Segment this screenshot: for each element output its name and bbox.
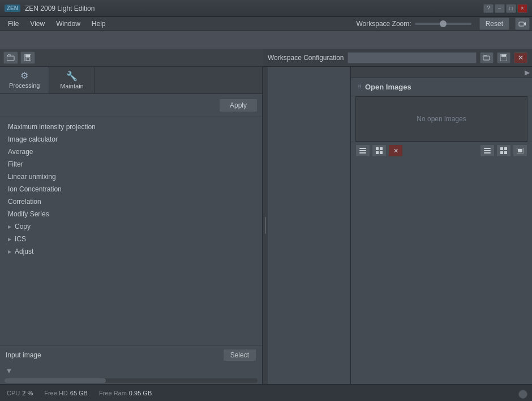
save-button[interactable] xyxy=(20,52,35,64)
app-title: ZEN 2009 Light Edition xyxy=(25,5,483,12)
horizontal-scrollbar[interactable] xyxy=(5,378,258,383)
processing-menu-list: Maximum intensity projection Image calcu… xyxy=(0,117,262,345)
zoom-slider-thumb[interactable] xyxy=(440,20,447,27)
splitter-handle xyxy=(265,217,266,234)
svg-rect-17 xyxy=(484,150,491,151)
workspace-close-button[interactable]: ✕ xyxy=(514,52,527,63)
menu-item-ion-concentration[interactable]: Ion Concentration xyxy=(0,183,262,195)
zoom-slider[interactable] xyxy=(415,23,471,25)
open-images-section: ⠿ Open Images xyxy=(351,78,532,96)
main-content: ⚙ Processing 🔧 Maintain Apply Maximum in… xyxy=(0,67,532,384)
panel-splitter[interactable] xyxy=(263,67,268,384)
free-ram-status: Free Ram 0.95 GB xyxy=(99,390,152,396)
img-view-single-button[interactable] xyxy=(513,144,527,157)
workspace-config-label: Workspace Configuration xyxy=(268,54,344,62)
svg-rect-14 xyxy=(376,151,379,154)
free-ram-value: 0.95 GB xyxy=(129,390,152,396)
menu-help[interactable]: Help xyxy=(86,18,111,29)
svg-rect-24 xyxy=(518,149,522,152)
apply-button[interactable]: Apply xyxy=(219,99,258,112)
img-view-list-button[interactable] xyxy=(480,144,495,157)
menu-view[interactable]: View xyxy=(24,18,50,29)
svg-rect-9 xyxy=(359,148,366,149)
free-hd-label: Free HD xyxy=(44,390,68,396)
menu-item-filter[interactable]: Filter xyxy=(0,158,262,170)
right-panel-expand: ▶ xyxy=(351,67,532,78)
svg-rect-11 xyxy=(359,152,366,153)
zoom-bar: Workspace Zoom: Reset xyxy=(356,18,530,30)
cpu-value: 2 % xyxy=(22,390,33,396)
title-buttons: ? − □ × xyxy=(483,4,527,13)
svg-rect-2 xyxy=(7,56,14,61)
cpu-status: CPU 2 % xyxy=(7,390,33,396)
tab-maintain[interactable]: 🔧 Maintain xyxy=(49,67,95,93)
select-button[interactable]: Select xyxy=(223,349,256,361)
menu-bar: File View Window Help Workspace Zoom: Re… xyxy=(0,17,532,31)
menu-window[interactable]: Window xyxy=(50,18,86,29)
open-images-title: Open Images xyxy=(365,83,411,91)
menu-file[interactable]: File xyxy=(2,18,24,29)
svg-rect-19 xyxy=(500,147,503,150)
reset-zoom-button[interactable]: Reset xyxy=(479,18,509,30)
tab-processing-label: Processing xyxy=(9,82,40,89)
menu-item-modify-series[interactable]: Modify Series xyxy=(0,208,262,220)
right-panel: ▶ ⠿ Open Images No open images xyxy=(351,67,532,384)
grid-icon: ⠿ xyxy=(358,84,362,90)
status-indicator xyxy=(518,390,527,399)
image-controls-bar: ✕ xyxy=(351,142,532,159)
free-hd-value: 65 GB xyxy=(70,390,88,396)
tab-maintain-label: Maintain xyxy=(60,83,84,89)
svg-rect-16 xyxy=(484,148,491,149)
cpu-label: CPU xyxy=(7,390,20,396)
img-close-button[interactable]: ✕ xyxy=(388,144,403,157)
menu-item-average[interactable]: Average xyxy=(0,146,262,158)
toolbar xyxy=(0,49,263,67)
close-button[interactable]: × xyxy=(517,4,527,13)
svg-rect-18 xyxy=(484,152,491,153)
apply-area: Apply xyxy=(0,94,262,117)
workspace-save-button[interactable] xyxy=(497,52,510,63)
ics-expand-arrow: ▶ xyxy=(8,237,11,242)
minimize-button[interactable]: − xyxy=(495,4,505,13)
workspace-config-input[interactable] xyxy=(347,52,477,63)
tab-processing[interactable]: ⚙ Processing xyxy=(0,67,49,93)
workspace-load-button[interactable] xyxy=(480,52,494,63)
menu-item-ics[interactable]: ▶ ICS xyxy=(0,233,262,245)
status-bar: CPU 2 % Free HD 65 GB Free Ram 0.95 GB xyxy=(0,384,532,401)
zen-logo-badge: ZEN xyxy=(5,5,20,12)
menu-item-correlation[interactable]: Correlation xyxy=(0,195,262,208)
input-image-label: Input image xyxy=(6,351,41,359)
svg-rect-6 xyxy=(483,56,490,60)
menu-item-max-intensity[interactable]: Maximum intensity projection xyxy=(0,121,262,133)
left-panel: ⚙ Processing 🔧 Maintain Apply Maximum in… xyxy=(0,67,263,384)
help-button[interactable]: ? xyxy=(483,4,494,13)
svg-rect-15 xyxy=(380,151,383,154)
no-open-images-text: No open images xyxy=(417,115,466,123)
img-list-button[interactable] xyxy=(355,144,370,157)
svg-rect-5 xyxy=(26,58,29,61)
copy-expand-arrow: ▶ xyxy=(8,224,11,229)
menu-item-image-calculator[interactable]: Image calculator xyxy=(0,133,262,146)
adjust-expand-arrow: ▶ xyxy=(8,249,11,254)
menu-item-copy[interactable]: ▶ Copy xyxy=(0,220,262,233)
svg-rect-12 xyxy=(376,147,379,150)
input-image-bar: Input image Select xyxy=(0,345,262,365)
maximize-button[interactable]: □ xyxy=(506,4,516,13)
svg-rect-20 xyxy=(504,147,507,150)
expand-right-icon[interactable]: ▶ xyxy=(525,69,530,76)
img-grid-button[interactable] xyxy=(372,144,387,157)
menu-item-adjust[interactable]: ▶ Adjust xyxy=(0,245,262,258)
svg-rect-21 xyxy=(500,151,503,154)
img-view-grid-button[interactable] xyxy=(496,144,511,157)
svg-rect-22 xyxy=(504,151,507,154)
camera-button[interactable] xyxy=(515,18,530,30)
scrollbar-thumb[interactable] xyxy=(5,378,106,383)
workspace-config-bar: Workspace Configuration ✕ xyxy=(263,49,532,67)
menu-item-linear-unmixing[interactable]: Linear unmixing xyxy=(0,170,262,183)
open-file-button[interactable] xyxy=(3,52,18,64)
dropdown-arrow-icon[interactable]: ▼ xyxy=(6,367,12,375)
title-bar: ZEN ZEN 2009 Light Edition ? − □ × xyxy=(0,0,532,17)
svg-rect-10 xyxy=(359,150,366,151)
dropdown-area: ▼ xyxy=(0,365,262,377)
center-canvas-area xyxy=(268,67,351,384)
